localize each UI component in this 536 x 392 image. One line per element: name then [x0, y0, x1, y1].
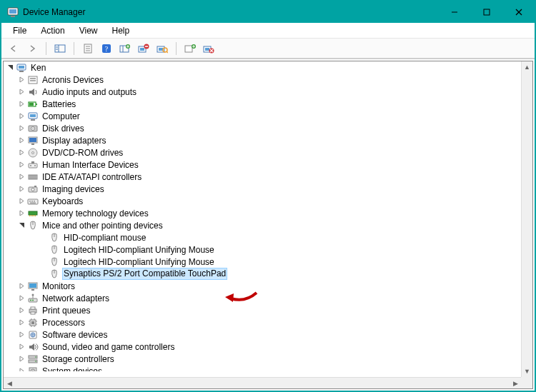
svg-rect-70: [31, 201, 33, 202]
menu-help[interactable]: Help: [105, 24, 137, 37]
tree-expander-icon[interactable]: [16, 330, 26, 340]
tree-expander-icon[interactable]: [16, 318, 26, 328]
tree-expander-icon[interactable]: [16, 172, 26, 182]
tree-category-label[interactable]: Keyboards: [41, 196, 84, 206]
properties-button[interactable]: [80, 41, 96, 56]
tree-expander-icon[interactable]: [16, 366, 26, 372]
toolbar: ?: [1, 39, 535, 59]
tree-expander-spacer: [38, 269, 48, 279]
keyboard-icon: [27, 196, 39, 207]
tree-expander-icon[interactable]: [16, 148, 26, 158]
show-hide-tree-button[interactable]: [52, 41, 68, 56]
tree-category-label[interactable]: Network adapters: [41, 293, 111, 303]
tree-expander-icon[interactable]: [5, 63, 15, 73]
svg-rect-73: [29, 211, 37, 215]
update-driver-button[interactable]: [117, 41, 133, 56]
nav-forward-button[interactable]: [24, 41, 40, 56]
tree-expander-icon[interactable]: [16, 293, 26, 303]
tree-category-label[interactable]: Imaging devices: [41, 184, 106, 194]
disable-device-button[interactable]: [201, 41, 217, 56]
tree-expander-icon[interactable]: [16, 87, 26, 97]
network-icon: [27, 293, 39, 304]
minimize-button[interactable]: [438, 1, 470, 23]
vertical-scrollbar[interactable]: [521, 61, 532, 377]
printer-icon: [27, 305, 39, 316]
tree-category-label[interactable]: Sound, video and game controllers: [41, 342, 176, 352]
svg-point-49: [32, 128, 34, 129]
system-icon: [27, 366, 39, 372]
tree-expander-icon[interactable]: [16, 99, 26, 109]
tree-category-label[interactable]: Storage controllers: [41, 354, 116, 364]
horizontal-scrollbar[interactable]: [4, 377, 521, 388]
tree-expander-icon[interactable]: [16, 306, 26, 316]
device-tree[interactable]: KenAcronis DevicesAudio inputs and outpu…: [4, 61, 532, 371]
add-legacy-hardware-button[interactable]: [182, 41, 198, 56]
svg-rect-71: [34, 201, 35, 202]
tree-category-label[interactable]: Display adapters: [41, 136, 107, 146]
tree-expander-spacer: [38, 245, 48, 255]
tree-category-label[interactable]: Processors: [41, 318, 86, 328]
tree-category-label[interactable]: IDE ATA/ATAPI controllers: [41, 172, 143, 182]
mouse-icon: [49, 268, 60, 280]
svg-rect-4: [484, 9, 490, 15]
tree-category-label[interactable]: Computer: [41, 111, 81, 121]
tree-expander-icon[interactable]: [16, 75, 26, 85]
tree-device-label[interactable]: Logitech HID-compliant Unifying Mouse: [62, 245, 216, 255]
disk-icon: [27, 123, 39, 134]
tree-device-label[interactable]: Logitech HID-compliant Unifying Mouse: [62, 257, 216, 267]
tree-category-label[interactable]: DVD/CD-ROM drives: [41, 148, 124, 158]
menu-file[interactable]: File: [6, 24, 34, 37]
tree-category-label[interactable]: Print queues: [41, 306, 91, 316]
tree-expander-icon[interactable]: [16, 160, 26, 170]
tree-root-label[interactable]: Ken: [29, 63, 47, 73]
tree-expander-icon[interactable]: [16, 354, 26, 364]
tree-device-label[interactable]: Synaptics PS/2 Port Compatible TouchPad: [62, 268, 227, 280]
tree-category-label[interactable]: Memory technology devices: [41, 208, 150, 218]
tree-expander-icon[interactable]: [16, 208, 26, 218]
tree-expander-icon[interactable]: [16, 124, 26, 134]
svg-rect-77: [34, 215, 34, 216]
help-button[interactable]: ?: [99, 41, 114, 56]
svg-rect-52: [31, 144, 34, 145]
svg-rect-36: [19, 66, 24, 69]
tree-category-label[interactable]: Software devices: [41, 330, 109, 340]
tree-category-label[interactable]: System devices: [41, 366, 104, 372]
close-button[interactable]: [502, 1, 535, 23]
svg-point-57: [30, 165, 31, 166]
menu-view[interactable]: View: [72, 24, 105, 37]
svg-line-27: [167, 51, 168, 53]
menu-action[interactable]: Action: [34, 24, 71, 37]
toolbar-separator: [74, 42, 74, 55]
display-icon: [27, 135, 39, 146]
mouse-icon: [27, 220, 39, 231]
tree-expander-spacer: [38, 233, 48, 243]
tree-expander-icon[interactable]: [16, 281, 26, 291]
tree-category-label[interactable]: Audio inputs and outputs: [41, 87, 138, 97]
device-tree-pane: KenAcronis DevicesAudio inputs and outpu…: [3, 61, 533, 389]
tree-expander-icon[interactable]: [16, 136, 26, 146]
maximize-button[interactable]: [470, 1, 502, 23]
tree-category-label[interactable]: Human Interface Devices: [41, 160, 140, 170]
content-area: KenAcronis DevicesAudio inputs and outpu…: [1, 59, 535, 391]
tree-category-label[interactable]: Batteries: [41, 99, 77, 109]
svg-point-91: [32, 293, 34, 296]
tree-expander-icon[interactable]: [16, 342, 26, 352]
tree-expander-icon[interactable]: [16, 184, 26, 194]
svg-rect-45: [30, 114, 36, 117]
svg-rect-78: [35, 215, 36, 216]
svg-rect-96: [31, 321, 34, 324]
uninstall-button[interactable]: [136, 41, 152, 56]
nav-back-button[interactable]: [6, 41, 21, 56]
svg-rect-94: [31, 312, 35, 314]
scan-hardware-button[interactable]: [154, 41, 170, 56]
tree-category-label[interactable]: Disk drives: [41, 124, 86, 134]
tree-category-label[interactable]: Mice and other pointing devices: [41, 221, 164, 231]
tree-category-label[interactable]: Acronis Devices: [41, 75, 105, 85]
tree-expander-icon[interactable]: [16, 221, 26, 231]
monitor-icon: [27, 281, 39, 292]
tree-expander-icon[interactable]: [16, 111, 26, 121]
tree-expander-icon[interactable]: [16, 196, 26, 206]
svg-rect-67: [34, 186, 36, 187]
tree-category-label[interactable]: Monitors: [41, 281, 76, 291]
tree-device-label[interactable]: HID-compliant mouse: [62, 233, 147, 243]
